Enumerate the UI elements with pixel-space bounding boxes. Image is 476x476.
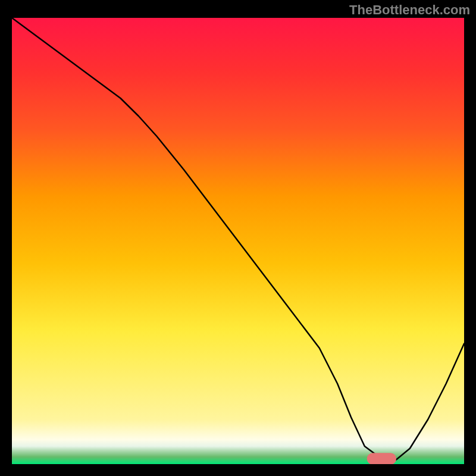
watermark-text: TheBottleneck.com <box>349 2 470 18</box>
chart-container: TheBottleneck.com <box>0 0 476 476</box>
optimal-range-marker <box>367 453 396 464</box>
chart-svg <box>12 18 464 464</box>
plot-area <box>12 18 464 464</box>
